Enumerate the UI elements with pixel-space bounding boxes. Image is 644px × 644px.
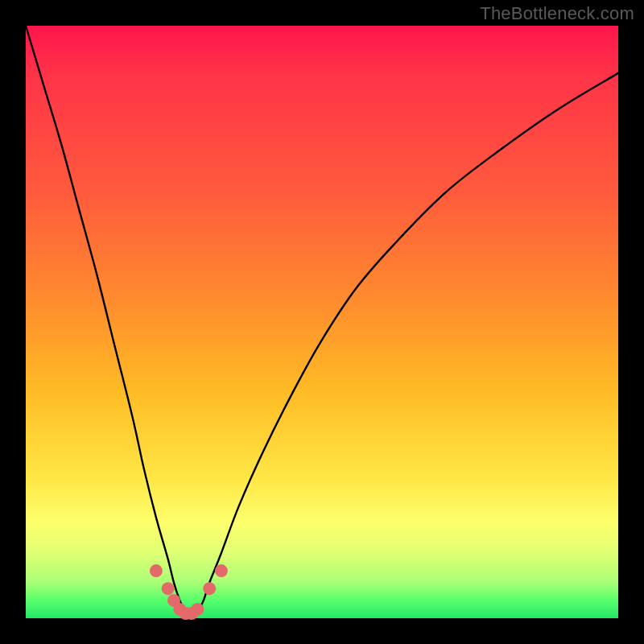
plot-area [26,26,618,618]
curve-markers [150,564,228,620]
chart-frame: TheBottleneck.com [0,0,644,644]
curve-marker [191,603,204,616]
watermark-text: TheBottleneck.com [480,3,634,24]
curve-marker [203,582,216,595]
curve-marker [215,564,228,577]
bottleneck-curve-svg [26,26,618,618]
bottleneck-curve-path [26,26,618,618]
curve-marker [162,582,175,595]
curve-marker [150,564,163,577]
